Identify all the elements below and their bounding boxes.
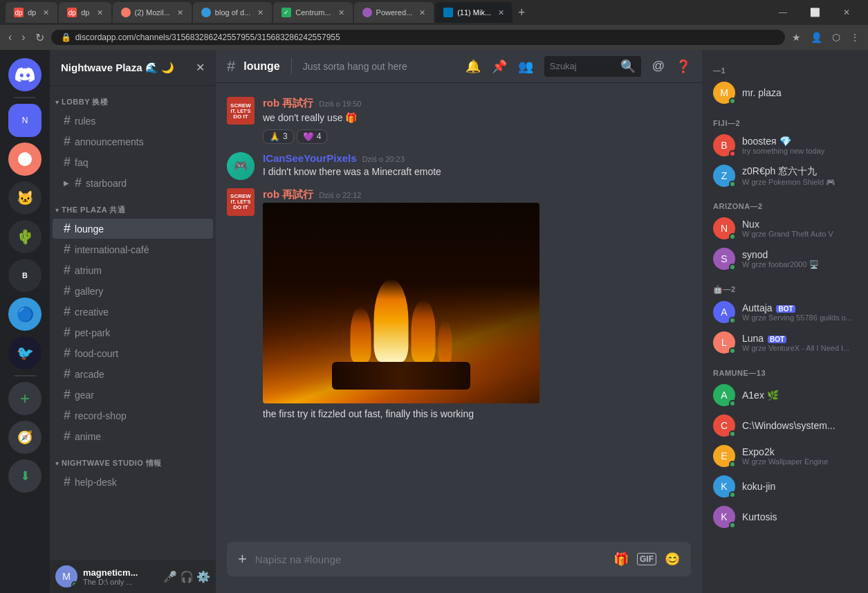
member-avatar-letter: A — [721, 390, 727, 401]
tab-close-4[interactable]: ✕ — [257, 8, 264, 17]
search-input[interactable] — [550, 61, 616, 71]
add-server-button[interactable]: + — [8, 382, 41, 415]
refresh-button[interactable]: ↻ — [33, 28, 47, 47]
address-bar[interactable]: 🔒 discordapp.com/channels/31568328624255… — [51, 30, 785, 45]
member-boostea[interactable]: B boosteя 💎 try something new today — [708, 130, 862, 161]
maximize-button[interactable]: ⬜ — [799, 0, 831, 25]
channel-announcements[interactable]: # announcements — [53, 131, 213, 152]
emoji-icon[interactable]: 😊 — [665, 551, 680, 567]
discord-home-button[interactable] — [8, 58, 41, 91]
bell-icon[interactable]: 🔔 — [465, 59, 481, 74]
channel-rules[interactable]: # rules — [53, 111, 213, 131]
browser-tab-1[interactable]: dp dp ✕ — [6, 2, 57, 23]
member-expo2k[interactable]: E Expo2k W grze Wallpaper Engine — [708, 441, 862, 471]
channel-arcade[interactable]: # arcade — [53, 364, 213, 384]
channel-gear[interactable]: # gear — [53, 385, 213, 405]
server-icon-4[interactable]: 🌵 — [8, 220, 41, 253]
member-luna[interactable]: L Luna BOT W grze VentureX - All I Need … — [708, 327, 862, 358]
channel-creative[interactable]: # creative — [53, 302, 213, 322]
member-koku-jin[interactable]: K koku-jin — [708, 471, 862, 502]
member-windows[interactable]: C C:\Windows\system... — [708, 410, 862, 441]
category-studio-header[interactable]: ▾ NIGHTWAVE STUDIO 情報 — [55, 458, 210, 468]
tab-close-3[interactable]: ✕ — [177, 8, 183, 17]
member-a1ex[interactable]: A A1ex 🌿 — [708, 380, 862, 410]
channel-help-desk[interactable]: # help-desk — [53, 472, 213, 492]
gif-button[interactable]: GIF — [637, 553, 656, 565]
download-button[interactable]: ⬇ — [8, 459, 41, 493]
server-icon-1[interactable]: N — [8, 104, 41, 137]
channel-gear-label: gear — [75, 390, 94, 401]
browser-tab-3[interactable]: (2) Mozil... ✕ — [113, 2, 192, 23]
channel-international-cafe[interactable]: # international-café — [53, 239, 213, 259]
extension-button[interactable]: ⬡ — [829, 29, 843, 46]
browser-tab-4[interactable]: blog of d... ✕ — [193, 2, 272, 23]
browser-tab-5[interactable]: ✓ Centrum... ✕ — [273, 2, 352, 23]
member-subtext-auttaja: W grze Serving 55786 guilds o... — [742, 313, 857, 322]
tab-close-2[interactable]: ✕ — [97, 8, 103, 17]
members-icon[interactable]: 👥 — [518, 59, 533, 74]
member-status-online — [729, 491, 736, 498]
server-icon-2[interactable] — [8, 143, 41, 176]
browser-tab-2[interactable]: dp dp ✕ — [59, 2, 111, 23]
member-kurtosis[interactable]: K Kurtosis — [708, 502, 862, 532]
browser-actions: ★ 👤 ⬡ ⋮ — [789, 29, 862, 46]
inbox-icon[interactable]: @ — [652, 59, 665, 73]
server-icon-6[interactable]: 🔵 — [8, 298, 41, 331]
browser-tab-6[interactable]: Powered... ✕ — [354, 2, 434, 23]
tab-favicon-1: dp — [14, 8, 24, 17]
pin-icon[interactable]: 📌 — [492, 59, 507, 74]
channel-starboard[interactable]: ▶ # starboard — [53, 173, 213, 193]
avatar-subtext2: DO IT — [233, 113, 248, 120]
channel-pet-park[interactable]: # pet-park — [53, 322, 213, 343]
member-mr-plaza[interactable]: M mr. plaza — [708, 77, 862, 108]
channel-record-shop[interactable]: # record-shop — [53, 405, 213, 426]
bookmark-button[interactable]: ★ — [789, 29, 804, 46]
search-box[interactable]: 🔍 — [544, 56, 641, 77]
channel-anime[interactable]: # anime — [53, 426, 213, 446]
minimize-button[interactable]: — — [767, 0, 799, 25]
forward-button[interactable]: › — [19, 28, 28, 46]
server-icon-3[interactable]: 🐱 — [8, 181, 41, 215]
server-icon-5[interactable]: B — [8, 259, 41, 292]
message-input-area: + 🎁 GIF 😊 — [216, 542, 702, 593]
reaction-pray[interactable]: 🙏 3 — [263, 129, 294, 144]
category-lobby-header[interactable]: ▾ LOBBY 换楼 — [55, 97, 210, 107]
microphone-icon[interactable]: 🎤 — [163, 570, 177, 583]
message-input[interactable] — [255, 545, 605, 574]
channel-lounge[interactable]: # lounge — [53, 219, 213, 239]
server-header[interactable]: Nightwave Plaza 🌊 🌙 ✕ — [50, 50, 216, 86]
channel-food-court[interactable]: # food-court — [53, 343, 213, 363]
gift-icon[interactable]: 🎁 — [613, 551, 629, 567]
message-header-1: rob 再試行 Dziś o 19:50 — [263, 97, 691, 110]
category-lobby: ▾ LOBBY 换楼 — [50, 86, 216, 110]
member-synod[interactable]: S synod W grze foobar2000 🖥️ — [708, 244, 862, 274]
help-icon[interactable]: ❓ — [676, 59, 691, 74]
member-subtext-luna: W grze VentureX - All I Need I... — [742, 344, 857, 352]
profile-button[interactable]: 👤 — [808, 29, 825, 46]
member-auttaja[interactable]: A Auttaja BOT W grze Serving 55786 guild… — [708, 297, 862, 327]
channel-faq[interactable]: # faq — [53, 152, 213, 172]
tab-close-6[interactable]: ✕ — [419, 8, 425, 17]
reaction-heart[interactable]: 💜 4 — [297, 129, 328, 144]
back-button[interactable]: ‹ — [6, 28, 15, 46]
category-plaza-header[interactable]: ▾ THE PLAZA 共通 — [55, 205, 210, 215]
new-tab-button[interactable]: + — [514, 6, 530, 20]
server-icon-7[interactable]: 🐦 — [8, 336, 41, 370]
channel-gallery[interactable]: # gallery — [53, 281, 213, 301]
tab-close-7[interactable]: ✕ — [498, 8, 504, 17]
channel-atrium[interactable]: # atrium — [53, 260, 213, 280]
tab-close-5[interactable]: ✕ — [338, 8, 344, 17]
member-nux[interactable]: N Nux W grze Grand Theft Auto V — [708, 213, 862, 244]
member-zoreph[interactable]: Z z0R€ph 窓六十九 W grze Pokemon Shield 🎮 — [708, 161, 862, 191]
message-text-1: we don't really use 🎁 — [263, 111, 691, 125]
menu-button[interactable]: ⋮ — [847, 29, 862, 46]
channel-header: # lounge Just sorta hang out here 🔔 📌 👥 … — [216, 50, 702, 83]
message-author-rob-1: rob 再試行 — [263, 97, 313, 110]
headset-icon[interactable]: 🎧 — [180, 570, 194, 583]
add-file-button[interactable]: + — [238, 542, 247, 576]
settings-icon[interactable]: ⚙️ — [196, 570, 210, 583]
browser-tab-7[interactable]: (11) Mik... ✕ — [435, 2, 513, 23]
close-button[interactable]: ✕ — [831, 0, 862, 25]
tab-close-1[interactable]: ✕ — [43, 8, 49, 17]
explore-button[interactable]: 🧭 — [8, 421, 41, 454]
